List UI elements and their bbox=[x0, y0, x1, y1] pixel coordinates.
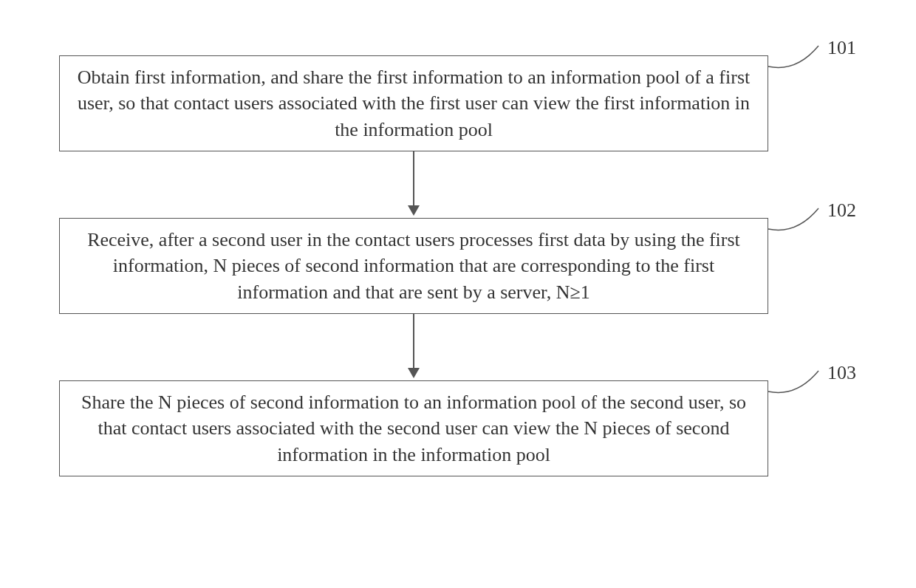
arrow-2-3-line bbox=[413, 314, 414, 369]
step-label-103: 103 bbox=[827, 362, 856, 384]
arrow-1-2-line bbox=[413, 151, 414, 207]
label-curve-102 bbox=[767, 205, 826, 250]
step-box-102: Receive, after a second user in the cont… bbox=[59, 218, 768, 314]
step-text-103: Share the N pieces of second information… bbox=[75, 389, 753, 467]
step-text-102: Receive, after a second user in the cont… bbox=[75, 227, 753, 304]
arrow-2-3-head bbox=[408, 368, 420, 378]
step-box-101: Obtain first information, and share the … bbox=[59, 55, 768, 151]
arrow-1-2-head bbox=[408, 205, 420, 216]
step-box-103: Share the N pieces of second information… bbox=[59, 380, 768, 476]
label-curve-101 bbox=[767, 43, 826, 87]
step-label-101: 101 bbox=[827, 37, 856, 59]
step-label-102: 102 bbox=[827, 199, 856, 222]
label-curve-103 bbox=[767, 368, 826, 412]
flowchart-container: Obtain first information, and share the … bbox=[0, 0, 916, 588]
step-text-101: Obtain first information, and share the … bbox=[75, 64, 753, 142]
